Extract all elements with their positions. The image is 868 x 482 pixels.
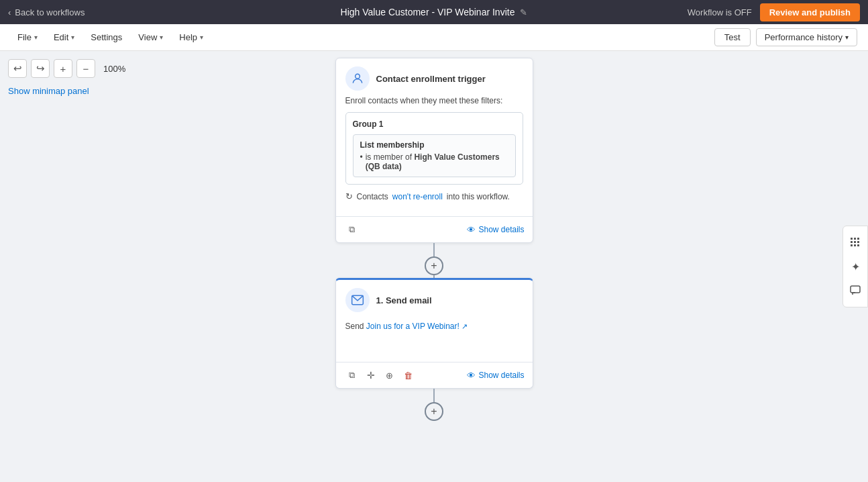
move-email-icon[interactable]: ✛: [363, 367, 379, 383]
svg-rect-6: [854, 241, 856, 243]
refresh-icon: ↻: [345, 191, 353, 201]
email-card-body: Send Join us for a VIP Webinar! ↗: [336, 322, 533, 362]
eye-email-icon: 👁: [467, 371, 476, 381]
email-card-header: 1. Send email: [336, 280, 533, 318]
email-title: 1. Send email: [376, 295, 432, 305]
workflow-canvas: ↩ ↪ + − 100% Show minimap panel Contact …: [0, 51, 868, 482]
svg-rect-9: [854, 244, 856, 246]
add-step-1-button[interactable]: +: [425, 256, 443, 275]
send-text: Send Join us for a VIP Webinar! ↗: [345, 322, 523, 331]
back-label: Back to workflows: [15, 7, 85, 17]
trigger-title: Contact enrollment trigger: [376, 74, 486, 84]
back-to-workflows-btn[interactable]: ‹ Back to workflows: [8, 7, 85, 17]
right-sidebar: ✦: [843, 226, 868, 307]
group-box: Group 1 List membership is member of Hig…: [345, 112, 523, 185]
comment-icon[interactable]: [845, 280, 866, 301]
email-footer-icons: ⧉ ✛ ⊕ 🗑: [344, 367, 417, 383]
email-card-footer: ⧉ ✛ ⊕ 🗑 👁 Show details: [336, 362, 533, 388]
svg-rect-7: [857, 241, 859, 243]
perf-label: Performance history: [765, 32, 843, 42]
svg-rect-4: [857, 238, 859, 240]
file-label: File: [17, 32, 32, 42]
top-nav-right: Workflow is OFF Review and publish: [688, 3, 860, 21]
trigger-card: Contact enrollment trigger Enroll contac…: [335, 58, 533, 243]
clone-email-icon[interactable]: ⊕: [382, 367, 398, 383]
send-email-link[interactable]: Join us for a VIP Webinar! ↗: [366, 322, 468, 331]
redo-button[interactable]: ↪: [31, 59, 50, 78]
filter-prefix: is member of: [366, 152, 415, 162]
view-menu[interactable]: View ▾: [131, 28, 170, 46]
svg-rect-10: [857, 244, 859, 246]
group-label: Group 1: [353, 119, 516, 129]
help-menu[interactable]: Help ▾: [172, 28, 210, 46]
settings-menu[interactable]: Settings: [84, 28, 129, 46]
filter-title: List membership: [360, 140, 508, 150]
copy-email-icon[interactable]: ⧉: [344, 367, 360, 383]
second-navbar: File ▾ Edit ▾ Settings View ▾ Help ▾ Tes…: [0, 24, 868, 51]
connector-2: +: [425, 389, 443, 421]
external-link-icon: ↗: [462, 322, 468, 331]
view-chevron-icon: ▾: [160, 34, 163, 41]
perf-chevron-icon: ▾: [845, 34, 849, 41]
email-show-details[interactable]: 👁 Show details: [467, 371, 524, 381]
trigger-show-details[interactable]: 👁 Show details: [467, 225, 524, 235]
reenroll-suffix: into this workflow.: [447, 192, 510, 201]
review-publish-button[interactable]: Review and publish: [760, 3, 860, 21]
grid-icon[interactable]: [845, 232, 866, 253]
file-menu[interactable]: File ▾: [11, 28, 44, 46]
connector-line-2: [433, 389, 435, 402]
trigger-icon: [345, 66, 370, 91]
delete-email-icon[interactable]: 🗑: [400, 367, 417, 383]
workflow-title-area: High Value Customer - VIP Webinar Invite…: [341, 7, 528, 17]
zoom-out-button[interactable]: −: [76, 59, 95, 78]
svg-rect-8: [851, 244, 853, 246]
svg-rect-3: [854, 238, 856, 240]
reenroll-prefix: Contacts: [357, 192, 388, 201]
show-minimap-link[interactable]: Show minimap panel: [8, 86, 89, 96]
reenroll-link[interactable]: won't re-enroll: [392, 192, 443, 201]
edit-chevron-icon: ▾: [71, 34, 74, 41]
edit-label: Edit: [54, 32, 68, 42]
filter-item: is member of High Value Customers (QB da…: [360, 152, 508, 171]
trigger-card-header: Contact enrollment trigger: [336, 58, 533, 96]
second-nav-right: Test Performance history ▾: [714, 28, 857, 46]
settings-label: Settings: [91, 32, 122, 42]
email-card: 1. Send email Send Join us for a VIP Web…: [335, 278, 533, 389]
workflow-title: High Value Customer - VIP Webinar Invite: [341, 7, 515, 17]
performance-history-button[interactable]: Performance history ▾: [756, 28, 857, 46]
test-button[interactable]: Test: [714, 28, 751, 46]
eye-icon: 👁: [467, 225, 476, 235]
undo-button[interactable]: ↩: [8, 59, 27, 78]
add-step-2-button[interactable]: +: [425, 402, 443, 421]
svg-point-0: [355, 74, 360, 79]
filter-box: List membership is member of High Value …: [353, 134, 516, 177]
file-chevron-icon: ▾: [34, 34, 38, 41]
svg-rect-2: [851, 238, 853, 240]
svg-rect-11: [851, 286, 860, 293]
svg-rect-5: [851, 241, 853, 243]
connector-1: +: [425, 243, 443, 278]
canvas-toolbar: ↩ ↪ + − 100%: [8, 59, 129, 78]
top-navbar: ‹ Back to workflows High Value Customer …: [0, 0, 868, 24]
trigger-card-footer: ⧉ 👁 Show details: [336, 216, 533, 242]
zoom-level: 100%: [99, 64, 129, 74]
zoom-in-button[interactable]: +: [54, 59, 72, 78]
edit-menu[interactable]: Edit ▾: [47, 28, 81, 46]
reenroll-row: ↻ Contacts won't re-enroll into this wor…: [345, 191, 523, 201]
enroll-text: Enroll contacts when they meet these fil…: [345, 96, 523, 105]
back-arrow-icon: ‹: [8, 7, 11, 17]
help-chevron-icon: ▾: [200, 34, 203, 41]
workflow-content: Contact enrollment trigger Enroll contac…: [333, 58, 535, 421]
connector-line-1: [433, 243, 435, 256]
workflow-status: Workflow is OFF: [688, 7, 752, 17]
copy-icon[interactable]: ⧉: [344, 222, 360, 238]
sparkle-icon[interactable]: ✦: [845, 256, 866, 277]
trigger-footer-left: ⧉: [344, 222, 360, 238]
email-icon: [345, 288, 370, 312]
send-prefix: Send: [345, 322, 366, 331]
trigger-card-body: Enroll contacts when they meet these fil…: [336, 96, 533, 216]
view-label: View: [138, 32, 157, 42]
edit-title-icon[interactable]: ✎: [520, 7, 527, 17]
help-label: Help: [179, 32, 197, 42]
